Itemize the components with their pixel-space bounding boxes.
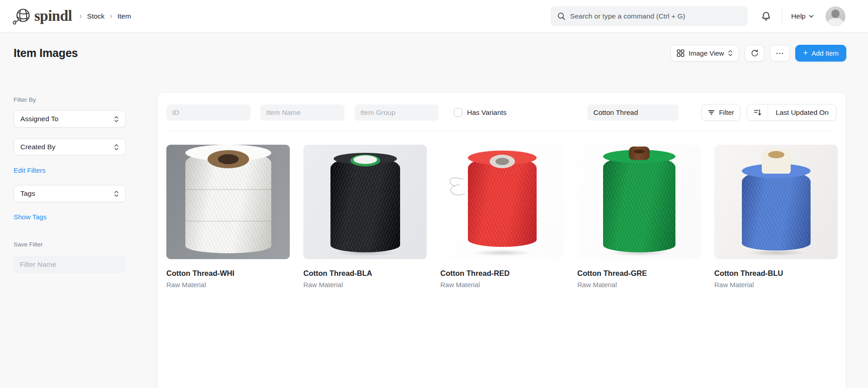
view-switcher-label: Image View: [689, 49, 724, 57]
chevron-right-icon: ›: [79, 11, 82, 21]
notifications-button[interactable]: [760, 10, 772, 22]
breadcrumb: › Stock › Item: [79, 11, 131, 21]
created-by-select[interactable]: Created By: [14, 138, 126, 156]
thread-spool: [330, 156, 400, 252]
refresh-button[interactable]: [745, 45, 764, 62]
thread-spool: [603, 156, 675, 252]
sort-descending-icon: [753, 108, 762, 117]
brand-name: spindl: [34, 8, 72, 24]
item-image: [166, 145, 290, 259]
more-options-button[interactable]: ⋯: [770, 45, 790, 62]
item-subtitle: Raw Material: [303, 281, 427, 289]
assigned-to-label: Assigned To: [20, 115, 58, 123]
item-image: [577, 145, 701, 259]
avatar-photo: [831, 9, 840, 18]
filter-icon: [708, 109, 715, 116]
unfold-updown-icon: [114, 190, 119, 198]
sort-control: Last Updated On: [747, 104, 837, 121]
ellipsis-icon: ⋯: [775, 48, 784, 58]
item-image: [714, 145, 838, 259]
has-variants-field: Has Variants: [454, 108, 507, 117]
chevron-down-icon: [809, 14, 814, 18]
filter-sidebar: Filter By Assigned To Created By Edit Fi…: [14, 93, 126, 388]
item-card[interactable]: Cotton Thread-GRE Raw Material: [577, 145, 701, 289]
item-card[interactable]: Cotton Thread-RED Raw Material: [440, 145, 564, 289]
spool-shadow: [461, 248, 544, 257]
add-item-label: Add Item: [811, 49, 839, 57]
filter-button-label: Filter: [719, 109, 734, 116]
item-subtitle: Raw Material: [714, 281, 838, 289]
spool-core: [629, 147, 650, 160]
item-subtitle: Raw Material: [440, 281, 564, 289]
item-group-filter-input[interactable]: [354, 104, 439, 121]
spool-core: [762, 149, 791, 174]
spool-core: [490, 155, 515, 168]
unfold-updown-icon: [728, 49, 733, 57]
search-icon: [557, 12, 566, 20]
show-tags-link[interactable]: Show Tags: [14, 213, 47, 221]
page: Item Images Image View: [0, 33, 868, 388]
item-title: Cotton Thread-RED: [440, 269, 564, 278]
item-card[interactable]: Cotton Thread-WHI Raw Material: [166, 145, 290, 289]
sort-direction-button[interactable]: [747, 104, 768, 120]
sort-by-button[interactable]: Last Updated On: [768, 104, 836, 120]
navbar: spindl › Stock › Item Search or type a c…: [0, 0, 868, 33]
page-header: Item Images Image View: [14, 33, 846, 93]
item-card[interactable]: Cotton Thread-BLU Raw Material: [714, 145, 838, 289]
item-card[interactable]: Cotton Thread-BLA Raw Material: [303, 145, 427, 289]
item-name-filter-value-input[interactable]: [587, 104, 679, 121]
refresh-icon: [750, 49, 759, 57]
thread-spool: [468, 156, 537, 247]
spool-core: [208, 150, 249, 168]
spool-core: [350, 155, 380, 166]
thread-spool: [742, 170, 811, 251]
list-panel: Has Variants Filter: [157, 93, 846, 388]
page-actions: Image View ⋯ + Add Item: [670, 45, 846, 62]
unfold-updown-icon: [114, 115, 119, 123]
item-card-grid: Cotton Thread-WHI Raw Material Cotton Th…: [166, 131, 837, 302]
breadcrumb-item[interactable]: Item: [118, 12, 131, 20]
filter-name-input[interactable]: [14, 256, 126, 273]
grid-view-icon: [677, 49, 684, 57]
created-by-label: Created By: [20, 143, 56, 151]
filter-by-label: Filter By: [14, 96, 126, 103]
item-subtitle: Raw Material: [166, 281, 290, 289]
item-title: Cotton Thread-BLA: [303, 269, 427, 278]
item-image: [440, 145, 564, 259]
tags-select[interactable]: Tags: [14, 185, 126, 202]
add-item-button[interactable]: + Add Item: [795, 45, 846, 62]
view-switcher-button[interactable]: Image View: [670, 45, 739, 62]
id-filter-input[interactable]: [166, 104, 250, 121]
item-title: Cotton Thread-WHI: [166, 269, 290, 278]
global-search-bar[interactable]: Search or type a command (Ctrl + G): [551, 6, 748, 26]
item-image: [303, 145, 427, 259]
item-subtitle: Raw Material: [577, 281, 701, 289]
has-variants-checkbox[interactable]: [454, 108, 462, 117]
tags-label: Tags: [20, 189, 35, 198]
assigned-to-select[interactable]: Assigned To: [14, 110, 126, 128]
save-filter-label: Save Filter: [14, 241, 126, 248]
filter-button[interactable]: Filter: [701, 104, 740, 121]
sort-by-label: Last Updated On: [776, 109, 829, 117]
item-name-filter-input[interactable]: [260, 104, 344, 121]
help-label: Help: [791, 12, 806, 20]
edit-filters-link[interactable]: Edit Filters: [14, 166, 46, 174]
app-logo[interactable]: spindl: [11, 6, 72, 27]
unfold-updown-icon: [114, 143, 119, 151]
navbar-divider: [782, 9, 782, 23]
breadcrumb-stock[interactable]: Stock: [87, 12, 105, 20]
help-menu[interactable]: Help: [791, 12, 814, 20]
bell-icon: [760, 10, 772, 22]
plus-icon: +: [803, 49, 808, 57]
has-variants-label: Has Variants: [467, 109, 507, 117]
search-placeholder: Search or type a command (Ctrl + G): [570, 12, 685, 20]
filter-bar: Has Variants Filter: [166, 93, 837, 131]
item-title: Cotton Thread-GRE: [577, 269, 701, 278]
chevron-right-icon: ›: [109, 11, 112, 21]
user-avatar[interactable]: [826, 6, 845, 26]
yarn-ball-icon: [11, 6, 32, 27]
page-title: Item Images: [14, 47, 78, 60]
item-title: Cotton Thread-BLU: [714, 269, 838, 278]
